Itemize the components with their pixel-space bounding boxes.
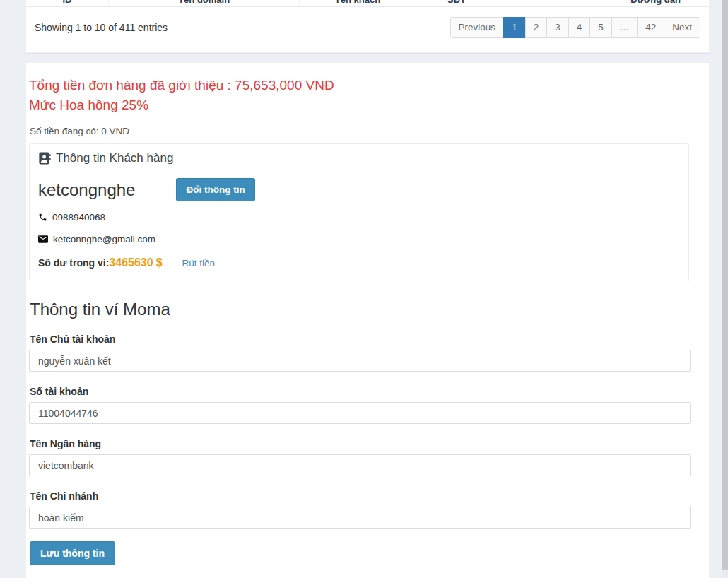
phone-icon xyxy=(38,213,47,222)
wallet-balance-label: Số dư trong ví: xyxy=(38,257,109,269)
column-header-customer: Tên khách xyxy=(299,0,415,6)
referral-table-box: ID Tên domain Tên khách SĐT Đường dẫn Sh… xyxy=(25,0,710,53)
pagination-page-4[interactable]: 4 xyxy=(568,17,591,38)
account-number-input[interactable] xyxy=(29,402,691,424)
customer-info-panel: Thông tin Khách hàng ketcongnghe Đổi thô… xyxy=(29,143,689,281)
withdraw-link[interactable]: Rút tiền xyxy=(182,258,216,269)
column-header-id: ID xyxy=(26,0,108,6)
account-holder-label: Tên Chủ tài khoản xyxy=(30,334,691,346)
pagination-page-5[interactable]: 5 xyxy=(589,17,612,38)
pagination-previous[interactable]: Previous xyxy=(450,17,505,38)
address-book-icon xyxy=(38,152,51,165)
vertical-scrollbar[interactable] xyxy=(722,0,728,578)
column-header-url: Đường dẫn xyxy=(498,0,709,6)
username-text: ketcongnghe xyxy=(38,180,135,200)
moma-wallet-title: Thông tin ví Moma xyxy=(30,300,708,319)
username-row: ketcongnghe Đổi thông tin xyxy=(38,178,680,201)
showing-entries-text: Showing 1 to 10 of 411 entries xyxy=(35,22,168,33)
pagination-next[interactable]: Next xyxy=(664,17,700,38)
pagination-page-1[interactable]: 1 xyxy=(503,17,526,38)
pagination-page-42[interactable]: 42 xyxy=(637,17,664,38)
customer-panel-title: Thông tin Khách hàng xyxy=(56,151,173,165)
branch-name-input[interactable] xyxy=(29,507,691,529)
change-info-button[interactable]: Đổi thông tin xyxy=(176,178,254,201)
current-money-text: Số tiền đang có: 0 VNĐ xyxy=(30,126,708,136)
pagination: Previous 1 2 3 4 5 … 42 Next xyxy=(450,17,700,38)
moma-wallet-form: Tên Chủ tài khoản Số tài khoản Tên Ngân … xyxy=(29,334,691,565)
dollar-sign: $ xyxy=(156,256,163,269)
column-header-phone: SĐT xyxy=(416,0,498,6)
scrollbar-end-button[interactable] xyxy=(722,570,728,578)
save-info-button[interactable]: Lưu thông tin xyxy=(30,541,115,565)
account-holder-input[interactable] xyxy=(29,350,691,372)
column-header-domain: Tên domain xyxy=(108,0,299,6)
table-header-row: ID Tên domain Tên khách SĐT Đường dẫn xyxy=(26,0,709,7)
email-row: ketconnghe@gmail.com xyxy=(38,234,680,244)
bank-name-input[interactable] xyxy=(29,454,691,476)
account-number-label: Số tài khoản xyxy=(30,386,691,398)
commission-rate-text: Mức Hoa hồng 25% xyxy=(29,95,708,115)
phone-number-text: 0988940068 xyxy=(52,212,105,223)
content-column: ID Tên domain Tên khách SĐT Đường dẫn Sh… xyxy=(25,0,710,578)
total-referred-amount-text: Tổng tiền đơn hàng đã giới thiệu : 75,65… xyxy=(29,76,708,95)
account-section-box: Tổng tiền đơn hàng đã giới thiệu : 75,65… xyxy=(25,62,710,578)
pagination-ellipsis[interactable]: … xyxy=(611,17,638,38)
phone-row: 0988940068 xyxy=(38,212,680,223)
branch-name-label: Tên Chi nhánh xyxy=(30,490,691,502)
wallet-balance-row: Số dư trong ví: 3465630 $ Rút tiền xyxy=(38,256,680,269)
bank-name-label: Tên Ngân hàng xyxy=(30,438,691,450)
pagination-page-3[interactable]: 3 xyxy=(546,17,569,38)
wallet-balance-amount: 3465630 xyxy=(109,256,153,269)
envelope-icon xyxy=(38,235,48,244)
table-footer: Showing 1 to 10 of 411 entries Previous … xyxy=(26,7,709,52)
email-text: ketconnghe@gmail.com xyxy=(53,234,155,244)
pagination-page-2[interactable]: 2 xyxy=(525,17,548,38)
customer-panel-header: Thông tin Khách hàng xyxy=(38,151,680,165)
